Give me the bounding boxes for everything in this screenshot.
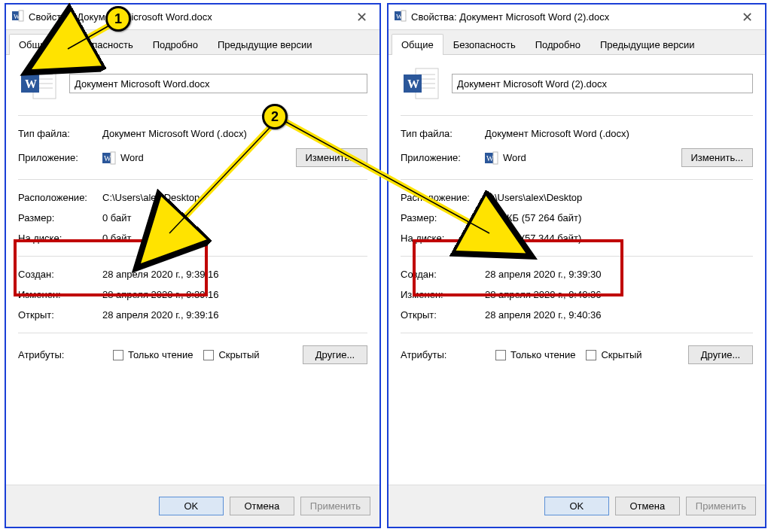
tab-previous[interactable]: Предыдущие версии xyxy=(590,34,705,55)
word-app-icon: W xyxy=(102,151,116,165)
close-icon[interactable]: ✕ xyxy=(732,7,762,28)
app-label: Приложение: xyxy=(401,152,485,163)
filetype-label: Тип файла: xyxy=(401,128,485,139)
tab-general[interactable]: Общие xyxy=(9,34,61,55)
created-label: Создан: xyxy=(18,269,102,280)
filename-input[interactable] xyxy=(452,74,753,93)
readonly-checkbox[interactable]: Только чтение xyxy=(495,349,575,360)
word-doc-icon: W xyxy=(401,65,443,102)
location-value: C:\Users\alex\Desktop xyxy=(485,192,753,203)
size-value: 55,9 КБ (57 264 байт) xyxy=(485,212,753,223)
modified-value: 28 апреля 2020 г., 9:39:16 xyxy=(102,289,367,300)
tab-strip: Общие Безопасность Подробно Предыдущие в… xyxy=(389,30,765,55)
app-label: Приложение: xyxy=(18,152,102,163)
checkbox-icon xyxy=(586,350,596,360)
word-doc-icon: W xyxy=(18,65,60,102)
apply-button[interactable]: Применить xyxy=(686,497,756,515)
tab-general[interactable]: Общие xyxy=(392,34,443,55)
tab-security[interactable]: Безопасность xyxy=(61,34,143,55)
modified-label: Изменен: xyxy=(401,289,485,300)
accessed-label: Открыт: xyxy=(401,309,485,321)
accessed-value: 28 апреля 2020 г., 9:39:16 xyxy=(102,309,367,321)
tab-content: W Тип файла: Документ Microsoft Word (.d… xyxy=(389,55,765,485)
accessed-label: Открыт: xyxy=(18,309,102,321)
titlebar[interactable]: W Свойства: Документ Microsoft Word.docx… xyxy=(6,5,379,30)
modified-value: 28 апреля 2020 г., 9:40:36 xyxy=(485,289,753,300)
checkbox-icon xyxy=(203,350,214,360)
sizeondisk-value: 56,0 КБ (57 344 байт) xyxy=(485,233,753,244)
word-app-icon: W xyxy=(485,151,498,165)
properties-dialog-right: W Свойства: Документ Microsoft Word (2).… xyxy=(387,3,766,528)
readonly-checkbox[interactable]: Только чтение xyxy=(113,349,193,360)
tab-content: W Тип файла: Документ Microsoft Word (.d… xyxy=(6,55,379,485)
dialog-buttons: OK Отмена Применить xyxy=(6,485,379,527)
accessed-value: 28 апреля 2020 г., 9:40:36 xyxy=(485,309,753,321)
title-text: Свойства: Документ Microsoft Word (2).do… xyxy=(411,11,732,23)
svg-rect-25 xyxy=(493,152,498,164)
location-label: Расположение: xyxy=(18,192,102,203)
sizeondisk-label: На диске: xyxy=(18,233,102,244)
checkbox-icon xyxy=(495,350,506,360)
tab-security[interactable]: Безопасность xyxy=(443,34,526,55)
location-label: Расположение: xyxy=(401,192,485,203)
word-file-icon: W xyxy=(12,10,24,24)
tab-details[interactable]: Подробно xyxy=(526,34,590,55)
created-value: 28 апреля 2020 г., 9:39:16 xyxy=(102,269,367,280)
size-label: Размер: xyxy=(401,212,485,223)
created-label: Создан: xyxy=(401,269,485,280)
annotation-marker-2: 2 xyxy=(262,104,288,129)
annotation-marker-1: 1 xyxy=(105,6,131,32)
created-value: 28 апреля 2020 г., 9:39:30 xyxy=(485,269,753,280)
hidden-checkbox[interactable]: Скрытый xyxy=(203,349,259,360)
cancel-button[interactable]: Отмена xyxy=(615,497,680,515)
filename-input[interactable] xyxy=(69,74,367,93)
svg-rect-12 xyxy=(111,152,115,164)
svg-rect-2 xyxy=(19,11,23,21)
tab-previous[interactable]: Предыдущие версии xyxy=(208,34,322,55)
dialog-buttons: OK Отмена Применить xyxy=(389,485,765,527)
attributes-label: Атрибуты: xyxy=(401,349,485,360)
titlebar[interactable]: W Свойства: Документ Microsoft Word (2).… xyxy=(389,5,765,30)
size-label: Размер: xyxy=(18,212,102,223)
title-text: Свойства: Документ Microsoft Word.docx xyxy=(29,11,346,23)
app-value: W Word xyxy=(102,151,296,165)
hidden-checkbox[interactable]: Скрытый xyxy=(586,349,641,360)
filetype-label: Тип файла: xyxy=(18,128,102,139)
ok-button[interactable]: OK xyxy=(159,497,224,515)
svg-rect-15 xyxy=(401,11,406,21)
change-app-button[interactable]: Изменить... xyxy=(681,148,753,167)
tab-strip: Общие Безопасность Подробно Предыдущие в… xyxy=(6,30,379,55)
advanced-button[interactable]: Другие... xyxy=(303,345,367,364)
word-file-icon: W xyxy=(395,10,407,24)
modified-label: Изменен: xyxy=(18,289,102,300)
properties-dialog-left: W Свойства: Документ Microsoft Word.docx… xyxy=(5,3,381,528)
filetype-value: Документ Microsoft Word (.docx) xyxy=(485,128,753,139)
svg-text:W: W xyxy=(407,78,419,90)
cancel-button[interactable]: Отмена xyxy=(230,497,294,515)
app-value: W Word xyxy=(485,151,681,165)
filetype-value: Документ Microsoft Word (.docx) xyxy=(102,128,367,139)
svg-text:W: W xyxy=(25,78,37,90)
checkbox-icon xyxy=(113,350,123,360)
size-value: 0 байт xyxy=(102,212,367,223)
apply-button[interactable]: Применить xyxy=(300,497,370,515)
change-app-button[interactable]: Изменить... xyxy=(296,148,367,167)
advanced-button[interactable]: Другие... xyxy=(688,345,753,364)
close-icon[interactable]: ✕ xyxy=(346,7,376,28)
ok-button[interactable]: OK xyxy=(544,497,609,515)
location-value: C:\Users\alex\Desktop xyxy=(102,192,367,203)
sizeondisk-value: 0 байт xyxy=(102,233,367,244)
tab-details[interactable]: Подробно xyxy=(143,34,208,55)
attributes-label: Атрибуты: xyxy=(18,349,102,360)
sizeondisk-label: На диске: xyxy=(401,233,485,244)
